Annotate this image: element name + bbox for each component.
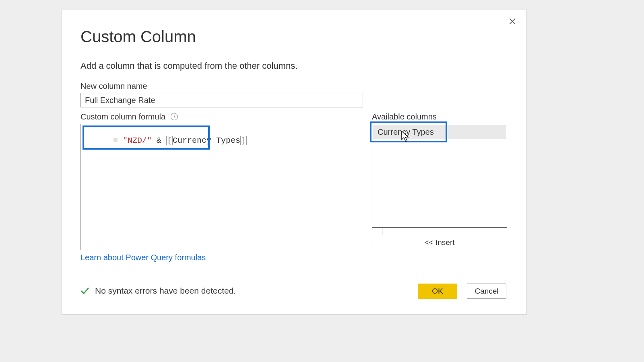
status-message: No syntax errors have been detected. [95, 286, 236, 296]
cancel-button[interactable]: Cancel [467, 284, 506, 299]
formula-token-amp: & [152, 136, 166, 145]
available-columns-label: Available columns [372, 112, 437, 121]
formula-text: = "NZD/" & [Currency Types] [84, 127, 247, 164]
available-column-item-label: Currency Types [378, 128, 434, 137]
ok-button[interactable]: OK [418, 284, 457, 299]
formula-token-lbracket: [ [166, 136, 173, 145]
formula-token-rbracket: ] [240, 136, 247, 145]
check-icon [80, 286, 89, 295]
dialog-title: Custom Column [80, 28, 196, 46]
new-column-name-input[interactable] [80, 93, 363, 107]
formula-token-string: "NZD/" [123, 136, 152, 145]
dialog-subtitle: Add a column that is computed from the o… [80, 61, 297, 71]
available-columns-list[interactable]: Currency Types [372, 124, 507, 228]
custom-column-dialog: Custom Column Add a column that is compu… [62, 10, 527, 315]
formula-token-equals: = [113, 136, 123, 145]
formula-token-column: Currency Types [173, 136, 240, 145]
status-row: No syntax errors have been detected. [80, 286, 236, 296]
formula-editor[interactable]: = "NZD/" & [Currency Types] [80, 124, 382, 250]
info-icon[interactable]: i [171, 113, 178, 120]
learn-link[interactable]: Learn about Power Query formulas [80, 253, 206, 262]
insert-button[interactable]: << Insert [372, 235, 507, 250]
close-icon [508, 17, 516, 27]
formula-label: Custom column formula [80, 112, 165, 121]
new-column-name-label: New column name [80, 82, 147, 91]
close-button[interactable] [506, 15, 519, 29]
available-column-item[interactable]: Currency Types [373, 125, 506, 139]
